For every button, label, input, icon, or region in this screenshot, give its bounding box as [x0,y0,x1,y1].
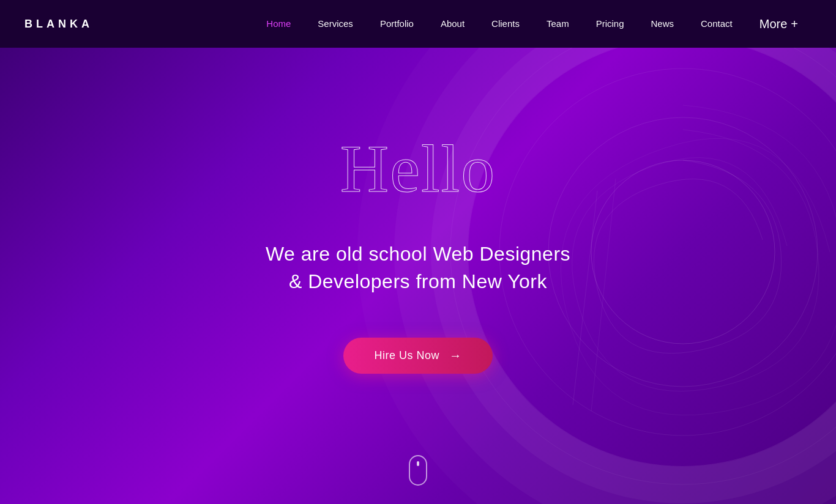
hero-hello-text: Hello [308,118,528,216]
brand-logo[interactable]: BLANKA [24,18,93,31]
hero-section: Hello We are old school Web Designers & … [0,0,836,504]
nav-link-team[interactable]: Team [533,0,583,48]
cta-hire-button[interactable]: Hire Us Now → [343,338,492,374]
cta-label: Hire Us Now [374,349,439,362]
plus-icon: + [791,17,798,31]
svg-point-1 [548,117,818,387]
nav-link-clients[interactable]: Clients [478,0,533,48]
nav-item-portfolio[interactable]: Portfolio [367,0,427,48]
svg-text:Hello: Hello [340,132,496,206]
nav-more-button[interactable]: More + [746,17,812,31]
svg-point-0 [591,160,775,344]
nav-item-pricing[interactable]: Pricing [583,0,638,48]
arrow-icon: → [449,349,462,363]
svg-line-5 [591,179,616,411]
nav-link-contact[interactable]: Contact [687,0,746,48]
nav-item-home[interactable]: Home [253,0,304,48]
nav-link-news[interactable]: News [638,0,688,48]
nav-link-pricing[interactable]: Pricing [583,0,638,48]
nav-item-news[interactable]: News [638,0,688,48]
scroll-indicator [409,455,427,486]
nav-link-home[interactable]: Home [253,0,304,48]
nav-more-label: More [759,17,788,31]
nav-link-services[interactable]: Services [304,0,367,48]
nav-menu: Home Services Portfolio About Clients Te… [253,0,812,48]
nav-link-about[interactable]: About [427,0,478,48]
hero-subtitle-line2: & Developers from New York [266,268,570,295]
nav-item-more[interactable]: More + [746,17,812,31]
svg-line-4 [573,191,597,405]
hero-content: Hello We are old school Web Designers & … [266,118,570,374]
navbar: BLANKA Home Services Portfolio About Cli… [0,0,836,48]
hero-subtitle-line1: We are old school Web Designers [266,240,570,268]
nav-link-portfolio[interactable]: Portfolio [367,0,427,48]
nav-item-about[interactable]: About [427,0,478,48]
hero-subtitle: We are old school Web Designers & Develo… [266,240,570,295]
mouse-dot [417,461,419,466]
nav-item-services[interactable]: Services [304,0,367,48]
nav-item-team[interactable]: Team [533,0,583,48]
nav-item-clients[interactable]: Clients [478,0,533,48]
mouse-icon [409,455,427,486]
nav-item-contact[interactable]: Contact [687,0,746,48]
